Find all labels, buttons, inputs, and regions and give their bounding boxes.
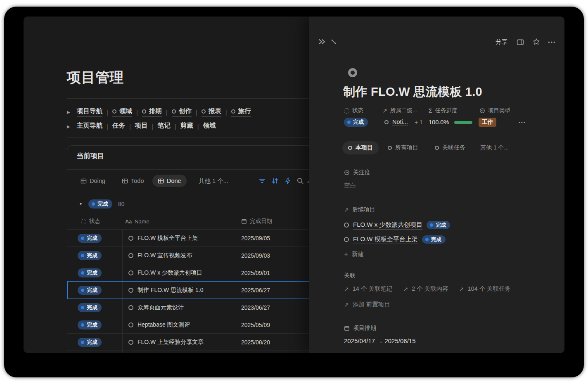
page-ring-icon bbox=[172, 109, 176, 114]
column-header-status[interactable]: 状态 bbox=[81, 215, 100, 228]
next-project-item[interactable]: FLO.W 模板全平台上架 完成 bbox=[344, 234, 446, 245]
table-row[interactable]: 完成 FLO.W 上架经验分享文章 2025/08/20 bbox=[67, 333, 309, 351]
table-row[interactable]: 完成 FLO.W x 少数派共创项目 2025/09/01 bbox=[67, 264, 309, 281]
close-peek-chevrons-icon[interactable] bbox=[318, 38, 326, 46]
status-badge[interactable]: 完成 bbox=[78, 303, 102, 312]
table-row[interactable]: 完成 FLO.W 模板全平台上架 2025/09/05 bbox=[67, 229, 309, 247]
toggle-down-icon[interactable]: ▼ bbox=[79, 202, 83, 206]
nav-link-domains[interactable]: 领域 bbox=[203, 121, 216, 131]
table-row-partial[interactable] bbox=[67, 351, 309, 353]
nav-link-clips[interactable]: 剪藏 bbox=[180, 121, 193, 131]
main-content: 项目管理 ▶ 项目导航 | 领域 | 排期 | 创作 | 报表 | 旅行 ▶ 主… bbox=[24, 17, 309, 353]
relation-extra-count[interactable]: + 1 bbox=[415, 119, 423, 126]
property-value-type[interactable]: 工作 bbox=[479, 117, 496, 127]
side-peek-layout-icon[interactable] bbox=[517, 38, 524, 46]
property-value-parent[interactable]: Noti... + 1 bbox=[384, 117, 423, 127]
toggle-right-icon[interactable]: ▶ bbox=[67, 124, 73, 129]
related-content-link[interactable]: ↗2 个 关联内容 bbox=[403, 285, 448, 293]
focus-empty-value[interactable]: 空白 bbox=[344, 182, 356, 190]
peek-tab-more[interactable]: 其他 1 个... bbox=[480, 141, 509, 154]
nav-link-tasks[interactable]: 任务 bbox=[112, 121, 125, 131]
page-ring-icon bbox=[231, 109, 235, 114]
property-value-status[interactable]: 完成 bbox=[344, 117, 368, 127]
section-label-schedule[interactable]: 项目排期 bbox=[344, 324, 376, 332]
nav-link-home-nav[interactable]: 主页导航 bbox=[77, 121, 102, 131]
status-badge[interactable]: 完成 bbox=[78, 268, 102, 277]
related-notes-link[interactable]: ↗14 个 关联笔记 bbox=[344, 285, 392, 293]
add-new-button[interactable]: + 新建 bbox=[344, 250, 364, 258]
nav-link-notes[interactable]: 笔记 bbox=[158, 121, 171, 131]
automation-bolt-icon[interactable] bbox=[284, 177, 292, 185]
status-badge[interactable]: 完成 bbox=[78, 320, 102, 329]
favorite-star-icon[interactable] bbox=[533, 38, 540, 45]
peek-tab-all-projects[interactable]: 所有项目 bbox=[388, 141, 418, 154]
group-count: 80 bbox=[118, 201, 125, 207]
separator: | bbox=[107, 109, 108, 116]
ring-icon bbox=[435, 146, 439, 150]
view-tab-todo[interactable]: Todo bbox=[122, 175, 144, 187]
view-tab-doing[interactable]: Doing bbox=[81, 175, 105, 187]
page-ring-icon bbox=[128, 253, 133, 258]
view-tab-done[interactable]: Done bbox=[152, 175, 187, 187]
property-value-progress[interactable]: 100.0% bbox=[429, 117, 472, 127]
section-label-next-projects[interactable]: ↗ 后续项目 bbox=[344, 206, 375, 214]
column-header-name[interactable]: Aa Name bbox=[125, 215, 149, 228]
select-property-icon bbox=[344, 170, 350, 175]
toggle-right-icon[interactable]: ▶ bbox=[67, 110, 73, 114]
table-row[interactable]: 完成 FLO.W 宣传视频发布 2025/09/03 bbox=[67, 247, 309, 264]
next-project-item[interactable]: FLO.W x 少数派共创项目 完成 bbox=[344, 220, 450, 230]
add-predecessor-button[interactable]: ↗ 添加 前置项目 bbox=[344, 301, 390, 308]
expand-page-icon[interactable] bbox=[331, 39, 337, 45]
status-badge: 完成 bbox=[427, 221, 450, 229]
status-badge[interactable]: 完成 bbox=[78, 338, 102, 347]
status-dot-icon bbox=[347, 121, 351, 124]
peek-tab-this-project[interactable]: 本项目 bbox=[342, 141, 379, 154]
status-dot-icon bbox=[81, 323, 84, 327]
sort-icon[interactable] bbox=[271, 177, 279, 185]
search-icon[interactable] bbox=[296, 177, 304, 185]
more-options-icon[interactable]: ••• bbox=[548, 39, 556, 45]
filter-icon[interactable] bbox=[258, 177, 266, 185]
table-row[interactable]: 完成 Heptabase 图文测评 2025/05/09 bbox=[67, 316, 309, 333]
peek-tab-related-tasks[interactable]: 关联任务 bbox=[435, 141, 465, 154]
view-tab-more[interactable]: 其他 1 个... bbox=[199, 175, 228, 187]
arrow-up-right-icon: ↗ bbox=[382, 107, 387, 114]
separator: | bbox=[196, 109, 197, 116]
related-tasks-link[interactable]: ↗104 个 关联任务 bbox=[459, 285, 511, 293]
nav-link-projects[interactable]: 项目 bbox=[135, 121, 148, 131]
page-ring-icon bbox=[128, 305, 133, 310]
more-properties-icon[interactable]: ••• bbox=[519, 120, 526, 125]
schedule-date-range[interactable]: 2025/04/17 → 2025/06/15 bbox=[344, 337, 415, 344]
property-label-type[interactable]: 项目类型 bbox=[479, 107, 510, 115]
group-status-badge[interactable]: 完成 bbox=[88, 199, 112, 209]
divider bbox=[67, 169, 309, 170]
relation-links-row: ↗14 个 关联笔记 ↗2 个 关联内容 ↗104 个 关联任务 bbox=[344, 285, 511, 293]
status-badge[interactable]: 完成 bbox=[78, 286, 102, 295]
nav-link-create[interactable]: 创作 bbox=[172, 107, 192, 117]
status-badge[interactable]: 完成 bbox=[78, 251, 102, 260]
page-ring-icon bbox=[128, 340, 133, 345]
property-label-parent[interactable]: ↗ 所属二级... bbox=[382, 107, 417, 115]
calendar-icon bbox=[241, 218, 247, 224]
status-dot-icon bbox=[81, 254, 84, 257]
share-button[interactable]: 分享 bbox=[496, 38, 507, 46]
side-peek-panel: 分享 ••• 制作 FLO.W 思流模板 1.0 状态 ↗ 所属二级... Σ bbox=[309, 17, 564, 353]
page-icon[interactable] bbox=[348, 68, 357, 77]
nav-link-travel[interactable]: 旅行 bbox=[231, 107, 251, 117]
nav-link-domain[interactable]: 领域 bbox=[112, 107, 132, 117]
divider bbox=[67, 98, 309, 99]
relation-link[interactable]: Noti... bbox=[392, 119, 408, 126]
arrow-up-right-icon: ↗ bbox=[344, 286, 349, 292]
nav-link-report[interactable]: 报表 bbox=[202, 107, 221, 117]
nav-link-project-nav[interactable]: 项目导航 bbox=[77, 107, 102, 117]
status-dot-icon bbox=[81, 271, 84, 275]
section-label-focus[interactable]: 关注度 bbox=[344, 168, 370, 177]
column-header-date[interactable]: 完成日期 bbox=[241, 215, 272, 228]
table-row[interactable]: 完成 众筹页面元素设计 2023/06/27 bbox=[67, 299, 309, 316]
status-badge[interactable]: 完成 bbox=[78, 234, 102, 243]
property-label-status[interactable]: 状态 bbox=[344, 107, 363, 115]
nav-link-schedule[interactable]: 排期 bbox=[142, 107, 162, 117]
separator: | bbox=[129, 123, 131, 130]
table-row-selected[interactable]: 完成 制作 FLO.W 思流模板 1.0 2025/06/27 bbox=[67, 281, 309, 299]
property-label-progress[interactable]: Σ 任务进度 bbox=[429, 107, 457, 115]
